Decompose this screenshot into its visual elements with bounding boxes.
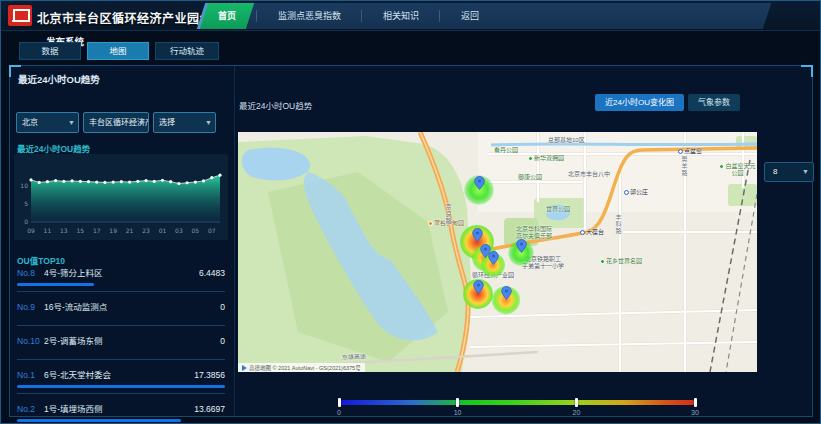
monitor-pin-icon-5[interactable] bbox=[473, 280, 484, 294]
toolbar-button-2[interactable]: 行动轨迹 bbox=[155, 42, 219, 60]
value-bar-track bbox=[17, 419, 225, 422]
app-logo-icon bbox=[8, 5, 32, 26]
nav-tab-2[interactable]: 相关知识 bbox=[369, 3, 433, 29]
nav-tab-label: 首页 bbox=[218, 11, 236, 21]
filter-select-value: 北京 bbox=[22, 118, 38, 127]
amap-logo-icon bbox=[242, 365, 247, 371]
top-list-row-text: No.102号-调蓄场东侧0 bbox=[17, 334, 225, 346]
trend-chart: 0510091113151719212301030507 bbox=[14, 154, 228, 240]
top-list-row-text: No.916号-流动监测点0 bbox=[17, 300, 225, 312]
map-label-12: 花乡世界名园 bbox=[600, 258, 642, 265]
park-station-icon bbox=[600, 259, 605, 264]
nav-tab-3[interactable]: 返回 bbox=[447, 3, 493, 29]
rank-label: No.2 bbox=[17, 404, 44, 414]
park-station-icon bbox=[719, 164, 724, 169]
value-bar-fill bbox=[17, 283, 94, 286]
value-bar-fill bbox=[17, 385, 225, 388]
scale-marker-10 bbox=[456, 398, 459, 407]
monitor-pin-icon-4[interactable] bbox=[516, 239, 527, 253]
svg-text:0: 0 bbox=[24, 218, 28, 225]
trend-chart-title: 最近24小时OU趋势 bbox=[17, 142, 90, 154]
scale-marker-0 bbox=[338, 398, 341, 407]
map-label-4: 北京市丰台八中 bbox=[568, 171, 610, 178]
metro-station-icon bbox=[678, 149, 683, 154]
hour-select[interactable]: 8 ▼ bbox=[764, 162, 814, 182]
scale-marker-30 bbox=[694, 398, 697, 407]
value-bar-track bbox=[17, 317, 225, 320]
svg-text:19: 19 bbox=[109, 227, 117, 234]
top-list-row-0[interactable]: No.84号-筛分上料区6.4483 bbox=[17, 266, 225, 292]
value-bar-track bbox=[17, 385, 225, 388]
map-label-14: 循环经济产业园 bbox=[472, 272, 514, 279]
top-list-row-3[interactable]: No.16号-北天堂村委会17.3856 bbox=[17, 368, 225, 394]
column-divider bbox=[234, 66, 235, 416]
scale-marker-20 bbox=[575, 398, 578, 407]
svg-text:03: 03 bbox=[175, 227, 183, 234]
site-name: 1号-填埋场西侧 bbox=[44, 402, 194, 414]
map-attribution: 高德地图 © 2021 AutoNavi - GS(2021)6375号 bbox=[238, 363, 365, 372]
top-list-row-2[interactable]: No.102号-调蓄场东侧0 bbox=[17, 334, 225, 360]
map-label-10: 大葆台 bbox=[580, 229, 604, 236]
svg-text:10: 10 bbox=[20, 182, 28, 189]
site-name: 2号-调蓄场东侧 bbox=[44, 334, 220, 346]
rank-label: No.9 bbox=[17, 302, 44, 312]
map-canvas[interactable]: 总部基地10区看丹公园新华双拥园御康公园北京市丰台八中郭公庄点盆窑白盆窑天元公园… bbox=[238, 132, 757, 372]
map-view-button-0[interactable]: 近24小时OU变化图 bbox=[595, 94, 684, 111]
map-view-button-1[interactable]: 气象参数 bbox=[688, 94, 740, 111]
ou-value: 0 bbox=[220, 302, 225, 312]
site-name: 4号-筛分上料区 bbox=[44, 266, 199, 278]
monitor-pin-icon-0[interactable] bbox=[474, 176, 485, 190]
dashboard-root: 北京市丰台区循环经济产业园大气恶臭状况实时 首页监测点恶臭指数相关知识返回 发布… bbox=[0, 0, 821, 424]
value-bar-track bbox=[17, 283, 225, 286]
svg-text:11: 11 bbox=[44, 227, 52, 234]
filter-select-0[interactable]: 北京▼ bbox=[16, 112, 79, 133]
svg-text:01: 01 bbox=[159, 227, 167, 234]
metro-station-icon bbox=[624, 190, 629, 195]
top-list-title: OU值TOP10 bbox=[17, 254, 65, 266]
chevron-down-icon: ▼ bbox=[138, 113, 145, 132]
map-label-15: 樊羊路 bbox=[681, 156, 687, 177]
svg-text:05: 05 bbox=[192, 227, 200, 234]
svg-text:23: 23 bbox=[142, 227, 150, 234]
svg-text:09: 09 bbox=[27, 227, 35, 234]
map-label-7: 白盆窑天元公园 bbox=[718, 163, 757, 177]
nav-tab-0[interactable]: 首页 bbox=[204, 3, 250, 29]
monitor-pin-icon-3[interactable] bbox=[488, 251, 499, 265]
filter-select-2[interactable]: 选择▼ bbox=[153, 112, 216, 133]
value-bar-fill bbox=[17, 419, 181, 422]
top-list-row-text: No.16号-北天堂村委会17.3856 bbox=[17, 368, 225, 380]
svg-text:17: 17 bbox=[93, 227, 101, 234]
chevron-down-icon: ▼ bbox=[68, 113, 75, 132]
map-label-11: 北京铁路职工 子弟第十一小学 bbox=[522, 256, 564, 270]
chevron-down-icon: ▼ bbox=[205, 113, 212, 132]
value-bar-track bbox=[17, 351, 225, 354]
monitor-pin-icon-6[interactable] bbox=[501, 286, 512, 300]
filter-select-1[interactable]: 丰台区循环经济产▼ bbox=[83, 112, 149, 133]
map-buttons: 近24小时OU变化图气象参数 bbox=[10, 94, 740, 111]
top-list-row-1[interactable]: No.916号-流动监测点0 bbox=[17, 300, 225, 326]
top-list-row-text: No.21号-填埋场西侧13.6697 bbox=[17, 402, 225, 414]
rank-label: No.8 bbox=[17, 268, 44, 278]
site-name: 16号-流动监测点 bbox=[44, 300, 220, 312]
ou-value: 17.3856 bbox=[194, 370, 225, 380]
park-station-icon bbox=[528, 156, 533, 161]
map-label-16: 丰科路 bbox=[615, 214, 621, 235]
top-list-row-4[interactable]: No.21号-填埋场西侧13.6697 bbox=[17, 402, 225, 424]
ou-value: 0 bbox=[220, 336, 225, 346]
map-label-9: 北京华科国际 高尔夫俱乐部 bbox=[516, 226, 552, 240]
site-name: 6号-北天堂村委会 bbox=[44, 368, 194, 380]
svg-text:21: 21 bbox=[126, 227, 134, 234]
monitor-pin-icon-1[interactable] bbox=[472, 228, 483, 242]
ou-top-list: No.84号-筛分上料区6.4483No.916号-流动监测点0No.102号-… bbox=[17, 266, 225, 424]
map-label-18: 京雄高速 bbox=[342, 353, 366, 361]
nav-tab-1[interactable]: 监测点恶臭指数 bbox=[264, 3, 355, 29]
hour-select-value: 8 bbox=[773, 167, 777, 176]
toolbar-button-1[interactable]: 地图 bbox=[87, 42, 149, 60]
svg-text:07: 07 bbox=[208, 227, 216, 234]
toolbar-button-0[interactable]: 数据 bbox=[19, 42, 81, 60]
ou-value: 6.4483 bbox=[199, 268, 225, 278]
map-attribution-text: 高德地图 © 2021 AutoNavi - GS(2021)6375号 bbox=[249, 364, 361, 372]
filter-selects: 北京▼丰台区循环经济产▼选择▼ bbox=[16, 112, 216, 133]
scenic-station-icon bbox=[428, 221, 433, 226]
map-label-2: 新华双拥园 bbox=[528, 155, 564, 162]
